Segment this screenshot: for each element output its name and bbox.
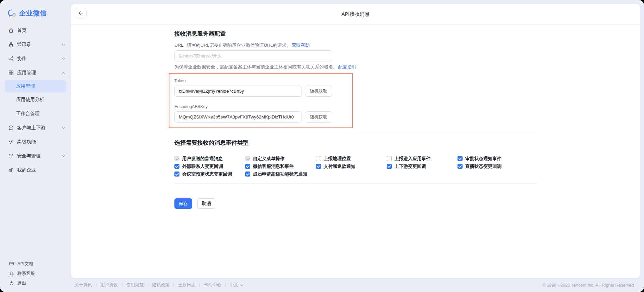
chat-bubble-icon bbox=[8, 125, 14, 131]
event-checkbox-upstream-downstream[interactable]: 上下游变更回调 bbox=[387, 162, 458, 170]
brand-logo[interactable]: 企业微信 bbox=[0, 0, 71, 18]
copyright-text: © 1998 - 2025 Tencent Inc. All Rights Re… bbox=[542, 283, 634, 288]
event-checkbox-normal-messages[interactable]: 用户发送的普通消息 bbox=[174, 155, 245, 162]
divider bbox=[174, 183, 537, 184]
share-nodes-icon bbox=[8, 56, 14, 62]
footer-link-about-tencent[interactable]: 关于腾讯 bbox=[74, 282, 92, 288]
event-column: 用户发送的普通消息 外部联系人变更回调 会议室预定状态变更回调 bbox=[174, 155, 245, 178]
checkbox-icon[interactable] bbox=[458, 156, 463, 161]
checkbox-icon[interactable] bbox=[245, 164, 250, 169]
token-row: 随机获取 bbox=[174, 86, 640, 97]
checkbox-icon[interactable] bbox=[245, 172, 250, 177]
company-building-icon bbox=[8, 167, 14, 173]
footer-link-user-agreement[interactable]: 用户协议 bbox=[100, 282, 118, 288]
sidebar-item-api-docs[interactable]: API API文档 bbox=[0, 259, 71, 269]
sidebar-subitem-app-management[interactable]: 应用管理 bbox=[5, 80, 66, 93]
event-column: 审批状态通知事件 直播状态变更回调 bbox=[458, 155, 528, 178]
sidebar-subitem-workbench-management[interactable]: 工作台管理 bbox=[0, 107, 71, 121]
event-column: 上报进入应用事件 上下游变更回调 bbox=[387, 155, 458, 178]
sidebar-item-contacts[interactable]: 通讯录 bbox=[0, 38, 71, 52]
checkbox-icon[interactable] bbox=[174, 172, 179, 177]
event-checkbox-approval-status[interactable]: 审批状态通知事件 bbox=[458, 155, 528, 162]
event-checkbox-geo-location[interactable]: 上报地理位置 bbox=[316, 155, 387, 162]
event-checkbox-wechat-kf[interactable]: 微信客服消息和事件 bbox=[245, 162, 316, 170]
aeskey-input[interactable] bbox=[174, 111, 302, 123]
language-selector[interactable]: 中文 bbox=[230, 282, 244, 288]
token-label: Token bbox=[174, 78, 640, 84]
sidebar-nav: 首页 通讯录 协作 bbox=[0, 23, 71, 177]
section-heading-event-types: 选择需要接收的消息事件类型 bbox=[174, 139, 640, 147]
url-description: 填写的URL需要正确响应企业微信验证URL的请求。 bbox=[187, 43, 291, 48]
checkbox-icon[interactable] bbox=[387, 156, 392, 161]
umbrella-icon bbox=[8, 153, 14, 159]
footer-link-changelog[interactable]: 更新日志 bbox=[178, 282, 196, 288]
event-column: 上报地理位置 支付和退款通知 bbox=[316, 155, 387, 178]
page-header: API接收消息 bbox=[71, 4, 640, 25]
chevron-down-icon bbox=[61, 154, 66, 158]
sidebar-item-collaboration[interactable]: 协作 bbox=[0, 52, 71, 66]
chevron-down-icon bbox=[61, 56, 66, 61]
event-checkbox-custom-menu[interactable]: 自定义菜单操作 bbox=[245, 155, 316, 162]
event-checkbox-enter-app[interactable]: 上报进入应用事件 bbox=[387, 155, 458, 162]
config-guide-link[interactable]: 配置指引 bbox=[338, 64, 356, 69]
app-window: 企业微信 首页 通讯录 bbox=[0, 0, 644, 292]
cancel-button[interactable]: 取消 bbox=[197, 198, 215, 209]
footer-link-privacy-policy[interactable]: 隐私政策 bbox=[152, 282, 169, 288]
footer-link-usage-rules[interactable]: 使用规范 bbox=[126, 282, 144, 288]
sidebar-item-customers[interactable]: 客户与上下游 bbox=[0, 121, 71, 135]
headset-icon bbox=[9, 271, 14, 276]
double-v-icon bbox=[8, 139, 14, 145]
save-button[interactable]: 保存 bbox=[174, 198, 192, 209]
sidebar-item-logout[interactable]: 退出 bbox=[0, 278, 71, 288]
grid-icon bbox=[8, 70, 14, 76]
sidebar-item-my-company[interactable]: 我的企业 bbox=[0, 163, 71, 177]
wecom-logo-icon bbox=[7, 9, 16, 18]
event-checkbox-live-status[interactable]: 直播状态变更回调 bbox=[458, 162, 528, 170]
aeskey-row: 随机获取 bbox=[174, 111, 640, 123]
brand-name: 企业微信 bbox=[19, 9, 47, 18]
event-checkbox-member-advanced-status[interactable]: 成员申请高级功能状态通知 bbox=[245, 170, 316, 178]
chevron-down-icon bbox=[61, 42, 66, 47]
main-panel: API接收消息 接收消息服务器配置 URL填写的URL需要正确响应企业微信验证U… bbox=[71, 4, 640, 278]
event-column: 自定义菜单操作 微信客服消息和事件 成员申请高级功能状态通知 bbox=[245, 155, 316, 178]
power-icon bbox=[9, 281, 14, 286]
form-content: 接收消息服务器配置 URL填写的URL需要正确响应企业微信验证URL的请求。获取… bbox=[71, 30, 640, 209]
api-doc-icon: API bbox=[9, 261, 14, 266]
sidebar-item-security-management[interactable]: 安全与管理 bbox=[0, 149, 71, 163]
org-chart-icon bbox=[8, 42, 14, 48]
page-title: API接收消息 bbox=[71, 4, 640, 24]
get-help-link[interactable]: 获取帮助 bbox=[292, 43, 310, 48]
sidebar-footer: API API文档 联系客服 退出 bbox=[0, 259, 71, 288]
event-checkbox-payment-refund[interactable]: 支付和退款通知 bbox=[316, 162, 387, 170]
sidebar: 企业微信 首页 通讯录 bbox=[0, 0, 71, 292]
sidebar-item-advanced-features[interactable]: 高级功能 bbox=[0, 135, 71, 149]
checkbox-icon[interactable] bbox=[174, 164, 179, 169]
aeskey-label: EncodingAESKey bbox=[174, 104, 640, 109]
sidebar-subitem-app-usage-analysis[interactable]: 应用使用分析 bbox=[0, 93, 71, 107]
divider bbox=[174, 132, 537, 132]
form-actions: 保存 取消 bbox=[174, 198, 640, 209]
event-checkbox-grid: 用户发送的普通消息 外部联系人变更回调 会议室预定状态变更回调 自定义菜单操作 bbox=[174, 155, 640, 178]
checkbox-icon[interactable] bbox=[458, 164, 463, 169]
footer-link-help-center[interactable]: 帮助中心 bbox=[204, 282, 221, 288]
checkbox-icon[interactable] bbox=[387, 164, 392, 169]
token-input[interactable] bbox=[174, 86, 302, 97]
event-checkbox-meeting-room-callback[interactable]: 会议室预定状态变更回调 bbox=[174, 170, 245, 178]
checkbox-icon[interactable] bbox=[316, 156, 321, 161]
checkbox-icon[interactable] bbox=[245, 156, 250, 161]
section-heading-server-config: 接收消息服务器配置 bbox=[174, 30, 640, 38]
page-footer: 关于腾讯| 用户协议| 使用规范| 隐私政策| 更新日志| 帮助中心| 中文 ©… bbox=[71, 278, 644, 292]
aeskey-random-button[interactable]: 随机获取 bbox=[305, 111, 332, 123]
sidebar-item-app-management[interactable]: 应用管理 bbox=[0, 66, 71, 80]
checkbox-icon[interactable] bbox=[174, 156, 179, 161]
url-field-label: URL填写的URL需要正确响应企业微信验证URL的请求。获取帮助 bbox=[174, 42, 640, 48]
domain-note: 为保障企业数据安全，需配置备案主体与当前企业主体相同或有关联关系的域名。配置指引 bbox=[174, 64, 640, 70]
url-label: URL bbox=[174, 43, 183, 48]
token-random-button[interactable]: 随机获取 bbox=[305, 86, 332, 97]
checkbox-icon[interactable] bbox=[316, 164, 321, 169]
chevron-down-icon bbox=[61, 126, 66, 130]
sidebar-item-contact-support[interactable]: 联系客服 bbox=[0, 269, 71, 278]
url-input[interactable] bbox=[174, 50, 332, 61]
event-checkbox-external-contact-callback[interactable]: 外部联系人变更回调 bbox=[174, 162, 245, 170]
sidebar-item-home[interactable]: 首页 bbox=[0, 23, 71, 38]
